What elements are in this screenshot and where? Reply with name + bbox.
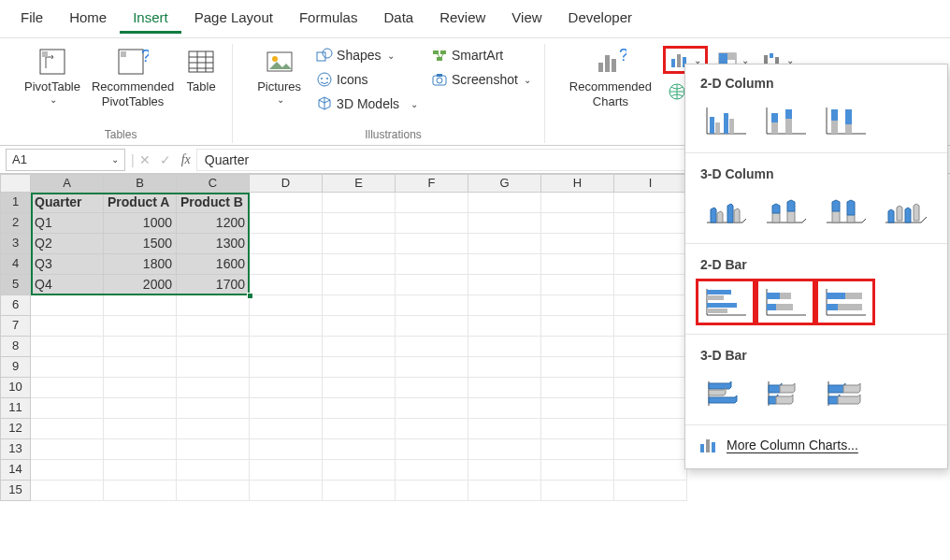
cell[interactable] bbox=[614, 234, 687, 254]
row-header[interactable]: 10 bbox=[0, 378, 31, 398]
100-stacked-column-option[interactable] bbox=[818, 100, 872, 141]
cell[interactable] bbox=[323, 275, 396, 295]
cell[interactable]: 1000 bbox=[104, 213, 177, 234]
cell[interactable] bbox=[468, 234, 541, 254]
cell[interactable] bbox=[614, 213, 687, 234]
cell[interactable] bbox=[104, 357, 177, 378]
cell[interactable] bbox=[468, 481, 541, 501]
cell[interactable] bbox=[541, 419, 614, 439]
row-header[interactable]: 5 bbox=[0, 275, 31, 295]
cell[interactable] bbox=[177, 481, 250, 501]
cell[interactable]: 1800 bbox=[104, 254, 177, 275]
cell[interactable] bbox=[468, 316, 541, 337]
cell[interactable] bbox=[177, 295, 250, 316]
cell[interactable] bbox=[250, 357, 323, 378]
3d-column-option[interactable] bbox=[878, 191, 932, 232]
more-column-charts-button[interactable]: More Column Charts... bbox=[685, 427, 947, 463]
cell[interactable] bbox=[541, 193, 614, 213]
cell[interactable] bbox=[250, 460, 323, 481]
cell[interactable] bbox=[104, 337, 177, 357]
cell[interactable] bbox=[104, 481, 177, 501]
cell[interactable] bbox=[177, 337, 250, 357]
cell[interactable] bbox=[396, 234, 468, 254]
cell[interactable] bbox=[250, 234, 323, 254]
cell[interactable] bbox=[396, 275, 468, 295]
cell[interactable] bbox=[468, 275, 541, 295]
cell[interactable] bbox=[31, 337, 104, 357]
cell[interactable] bbox=[541, 439, 614, 460]
cell[interactable]: Product B bbox=[177, 193, 250, 213]
cell[interactable] bbox=[614, 378, 687, 398]
column-header[interactable]: E bbox=[323, 174, 396, 193]
cell[interactable] bbox=[31, 316, 104, 337]
cell[interactable] bbox=[323, 337, 396, 357]
row-header[interactable]: 9 bbox=[0, 357, 31, 378]
3d-100-stacked-bar-option[interactable] bbox=[818, 372, 872, 413]
pivottable-button[interactable]: PivotTable ⌄ bbox=[19, 44, 86, 110]
cell[interactable] bbox=[614, 316, 687, 337]
cell[interactable] bbox=[104, 419, 177, 439]
row-header[interactable]: 15 bbox=[0, 481, 31, 501]
cell[interactable] bbox=[250, 275, 323, 295]
row-header[interactable]: 3 bbox=[0, 234, 31, 254]
cell[interactable] bbox=[177, 398, 250, 419]
column-header[interactable]: G bbox=[468, 174, 541, 193]
cell[interactable] bbox=[250, 295, 323, 316]
100-stacked-bar-option[interactable] bbox=[818, 281, 872, 323]
cell[interactable] bbox=[323, 398, 396, 419]
cell[interactable] bbox=[104, 439, 177, 460]
cell[interactable] bbox=[323, 481, 396, 501]
row-header[interactable]: 14 bbox=[0, 460, 31, 481]
stacked-column-option[interactable] bbox=[758, 100, 813, 141]
cell[interactable] bbox=[614, 357, 687, 378]
cell[interactable] bbox=[541, 357, 614, 378]
cell[interactable]: Q4 bbox=[31, 275, 104, 295]
screenshot-button[interactable]: Screenshot⌄ bbox=[427, 68, 535, 91]
column-header[interactable]: I bbox=[614, 174, 687, 193]
recommended-charts-button[interactable]: ? Recommended Charts bbox=[564, 44, 657, 110]
row-header[interactable]: 12 bbox=[0, 419, 31, 439]
cell[interactable]: Q3 bbox=[31, 254, 104, 275]
cell[interactable] bbox=[323, 439, 396, 460]
cell[interactable]: Product A bbox=[104, 193, 177, 213]
cell[interactable] bbox=[104, 460, 177, 481]
cell[interactable] bbox=[396, 460, 468, 481]
cell[interactable] bbox=[250, 316, 323, 337]
3d-clustered-bar-option[interactable] bbox=[698, 372, 753, 413]
cell[interactable] bbox=[468, 460, 541, 481]
cell[interactable] bbox=[250, 254, 323, 275]
smartart-button[interactable]: SmartArt bbox=[427, 44, 535, 66]
cell[interactable] bbox=[323, 316, 396, 337]
cell[interactable] bbox=[104, 295, 177, 316]
enter-icon[interactable]: ✓ bbox=[155, 152, 176, 167]
cell[interactable] bbox=[468, 295, 541, 316]
cell[interactable] bbox=[323, 419, 396, 439]
cell[interactable] bbox=[541, 275, 614, 295]
cell[interactable] bbox=[396, 213, 468, 234]
row-header[interactable]: 7 bbox=[0, 316, 31, 337]
cell[interactable] bbox=[31, 357, 104, 378]
cell[interactable] bbox=[396, 398, 468, 419]
cell[interactable] bbox=[31, 460, 104, 481]
fx-icon[interactable]: fx bbox=[176, 152, 196, 167]
cell[interactable] bbox=[250, 378, 323, 398]
cell[interactable] bbox=[541, 316, 614, 337]
row-header[interactable]: 1 bbox=[0, 193, 31, 213]
menu-developer[interactable]: Developer bbox=[555, 4, 645, 34]
cell[interactable] bbox=[31, 398, 104, 419]
cell[interactable] bbox=[614, 295, 687, 316]
cell[interactable] bbox=[468, 357, 541, 378]
cell[interactable] bbox=[614, 275, 687, 295]
cell[interactable] bbox=[541, 234, 614, 254]
column-header[interactable]: A bbox=[31, 174, 104, 193]
column-header[interactable]: B bbox=[104, 174, 177, 193]
row-header[interactable]: 11 bbox=[0, 398, 31, 419]
cell[interactable] bbox=[396, 193, 468, 213]
column-header[interactable]: F bbox=[396, 174, 468, 193]
cell[interactable] bbox=[541, 295, 614, 316]
cell[interactable] bbox=[177, 460, 250, 481]
cell[interactable] bbox=[396, 439, 468, 460]
3d-models-button[interactable]: 3D Models ⌄ bbox=[312, 93, 422, 115]
cell[interactable] bbox=[250, 398, 323, 419]
cell[interactable] bbox=[250, 481, 323, 501]
